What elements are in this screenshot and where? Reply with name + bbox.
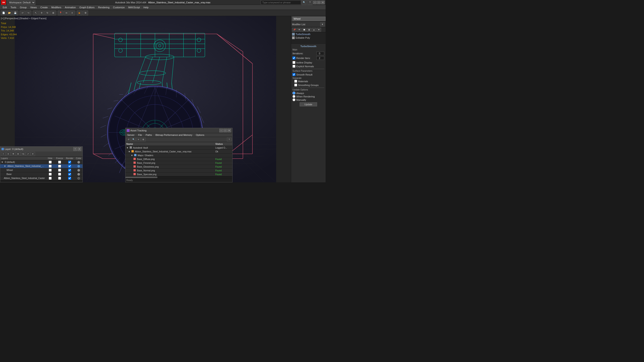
asset-menu-server[interactable]: Server xyxy=(126,133,136,137)
layers-help-btn[interactable]: ? xyxy=(73,147,77,151)
modifier-turbosmooth[interactable]: ✦ TurboSmooth xyxy=(291,32,326,36)
menu-modifiers[interactable]: Modifiers xyxy=(50,5,63,9)
layers-highlight-btn[interactable]: ✦ xyxy=(31,152,35,156)
layers-add-selection-btn[interactable]: +S xyxy=(21,152,25,156)
asset-scrollbar[interactable] xyxy=(126,176,232,178)
layer-row-wheel-color[interactable] xyxy=(75,168,82,172)
ts-explicit-normals-checkbox[interactable] xyxy=(292,65,296,68)
asset-row-glossiness[interactable]: Base_Glossiness.png Found xyxy=(126,165,232,169)
mod-show-btn[interactable]: 👁 xyxy=(297,28,302,32)
modifier-editable-poly[interactable]: ■ Editable Poly xyxy=(291,36,326,39)
rotate-btn[interactable]: ↻ xyxy=(45,10,50,15)
layer-row-default-freeze[interactable] xyxy=(54,160,64,164)
workspace-dropdown[interactable]: Workspace: Default xyxy=(7,0,35,5)
ts-smooth-result-checkbox[interactable] xyxy=(292,73,296,76)
redo-btn[interactable]: ↪ xyxy=(26,10,31,15)
asset-row-maps[interactable]: ▼ Maps / Shaders xyxy=(126,153,232,157)
asset-row-vault[interactable]: ▼ Autodesk Vault Logged O... xyxy=(126,146,232,150)
snap-btn[interactable]: 📍 xyxy=(58,10,63,15)
layers-freeze-all-btn[interactable]: ❄ xyxy=(16,152,20,156)
ts-always-radio[interactable] xyxy=(292,92,296,94)
move-btn[interactable]: ✛ xyxy=(39,10,44,15)
new-btn[interactable]: 📄 xyxy=(1,10,6,15)
layer-row-albion2-hide[interactable] xyxy=(46,176,54,180)
scale-btn[interactable]: ⊞ xyxy=(50,10,56,15)
open-btn[interactable]: 📂 xyxy=(7,10,12,15)
asset-grid-btn[interactable]: ⊞ xyxy=(141,137,146,141)
layer-row-base-render[interactable] xyxy=(64,172,75,176)
layers-new-btn[interactable]: + xyxy=(1,152,6,156)
search-input[interactable] xyxy=(261,0,301,5)
layer-row-base-hide[interactable] xyxy=(46,172,54,176)
asset-menu-paths[interactable]: Paths xyxy=(144,133,154,137)
ts-when-rendering-radio[interactable] xyxy=(292,95,296,98)
menu-rendering[interactable]: Rendering xyxy=(96,5,111,9)
menu-group[interactable]: Group xyxy=(18,5,28,9)
menu-help[interactable]: Help xyxy=(142,5,150,9)
mod-show-render-btn[interactable]: 🔲 xyxy=(302,28,306,32)
mod-pin-btn[interactable]: 📌 xyxy=(292,28,296,32)
layer-row-base[interactable]: Base xyxy=(0,172,82,176)
asset-menu-bitmap[interactable]: Bitmap Performance and Memory xyxy=(154,133,194,137)
layer-row-wheel-hide[interactable] xyxy=(46,168,54,172)
layer-row-base-freeze[interactable] xyxy=(54,172,64,176)
layer-row-albion[interactable]: ▼ Albion_Stainless_Steel_Industrial_Cast… xyxy=(0,164,82,168)
ts-render-iters-input[interactable] xyxy=(316,56,324,60)
asset-scrollbar-thumb[interactable] xyxy=(126,177,158,178)
layers-close-btn[interactable]: ✕ xyxy=(78,147,81,151)
asset-close-btn[interactable]: ✕ xyxy=(228,129,231,132)
asset-row-diffuse[interactable]: Base_Diffuse.png Found xyxy=(126,157,232,161)
layer-row-albion2[interactable]: Albion_Stainless_Steel_Industrial_Caster xyxy=(0,176,82,180)
asset-locate-btn[interactable]: 🔍 xyxy=(131,137,136,141)
save-btn[interactable]: 💾 xyxy=(12,10,18,15)
menu-views[interactable]: Views xyxy=(28,5,38,9)
menu-animation[interactable]: Animation xyxy=(63,5,78,9)
layer-row-albion-render[interactable] xyxy=(64,164,75,168)
asset-minimize-btn[interactable]: − xyxy=(219,129,223,132)
layers-delete-btn[interactable]: ✕ xyxy=(6,152,10,156)
help-btn[interactable]: ? xyxy=(307,0,312,5)
menu-tools[interactable]: Tools xyxy=(9,5,18,9)
layer-row-default-render[interactable] xyxy=(64,160,75,164)
render-btn[interactable]: ▶ xyxy=(77,10,82,15)
maximize-btn[interactable]: □ xyxy=(317,1,321,4)
menu-edit[interactable]: Edit xyxy=(1,5,9,9)
layer-row-default-hide[interactable] xyxy=(46,160,54,164)
asset-row-fresnel[interactable]: Base_Fresnel.png Found xyxy=(126,161,232,165)
asset-list-btn[interactable]: ≡ xyxy=(136,137,141,141)
layer-row-albion-hide[interactable] xyxy=(46,164,54,168)
layer-row-albion-color[interactable] xyxy=(75,164,82,168)
align-btn[interactable]: ≡ xyxy=(70,10,75,15)
menu-maxscript[interactable]: MAXScript xyxy=(126,5,142,9)
search-btn[interactable]: 🔍 xyxy=(302,0,307,5)
menu-create[interactable]: Create xyxy=(38,5,50,9)
layer-row-wheel-render[interactable] xyxy=(64,168,75,172)
asset-refresh-btn[interactable]: ↺ xyxy=(126,137,131,141)
ts-render-iters-checkbox[interactable] xyxy=(292,56,296,59)
undo-btn[interactable]: ↩ xyxy=(20,10,25,15)
layer-row-base-color[interactable] xyxy=(75,173,82,176)
layers-scrollbar[interactable] xyxy=(0,180,82,182)
asset-row-normal[interactable]: Base_Normal.png Found xyxy=(126,169,232,173)
asset-menu-file[interactable]: File xyxy=(136,133,144,137)
mod-down-btn[interactable]: ▼ xyxy=(317,28,321,32)
modifier-list-dropdown-btn[interactable]: ▼ xyxy=(320,22,325,26)
layers-select-obj-btn[interactable]: ↗ xyxy=(26,152,30,156)
layer-row-albion2-freeze[interactable] xyxy=(54,176,64,180)
select-btn[interactable]: ↖ xyxy=(33,10,38,15)
ts-iterations-input[interactable] xyxy=(316,52,324,55)
asset-restore-btn[interactable]: □ xyxy=(224,129,227,132)
minimize-btn[interactable]: − xyxy=(313,1,317,4)
layer-row-albion2-color[interactable] xyxy=(75,177,82,180)
layer-row-wheel[interactable]: Wheel xyxy=(0,168,82,172)
asset-menu-options[interactable]: Options xyxy=(194,133,206,137)
asset-row-specular[interactable]: Base_Specular.png Found xyxy=(126,173,232,176)
ts-smoothing-groups-checkbox[interactable] xyxy=(294,84,297,86)
mirror-btn[interactable]: ⇔ xyxy=(64,10,69,15)
layer-row-albion-freeze[interactable] xyxy=(54,164,64,168)
layer-row-albion2-render[interactable] xyxy=(64,176,75,180)
ts-materials-checkbox[interactable] xyxy=(294,80,297,83)
layer-row-wheel-freeze[interactable] xyxy=(54,168,64,172)
mod-up-btn[interactable]: ▲ xyxy=(312,28,316,32)
ts-isoline-checkbox[interactable] xyxy=(292,61,296,64)
